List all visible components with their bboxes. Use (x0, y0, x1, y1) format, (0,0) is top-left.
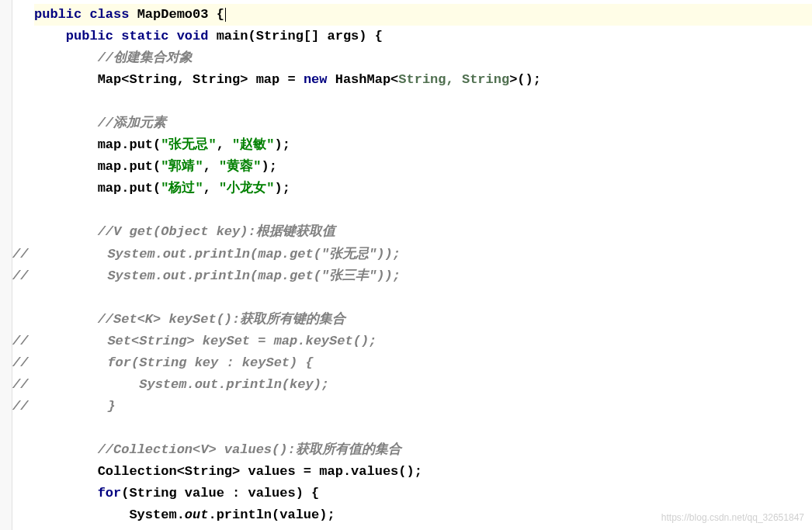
editor-gutter (0, 0, 12, 530)
comment-prefix: // (12, 399, 28, 414)
code-line[interactable]: public static void main(String[] args) { (34, 26, 812, 47)
code-line[interactable]: map.put("杨过", "小龙女"); (34, 178, 812, 199)
text: Collection<String> values = map.values()… (98, 464, 422, 479)
comment-prefix: // (12, 355, 28, 370)
text: , (217, 137, 232, 152)
type-param: String, String (398, 72, 509, 87)
comment: for(String key : keySet) { (28, 355, 313, 370)
string: "郭靖" (161, 159, 203, 174)
code-line[interactable] (34, 287, 812, 309)
keyword: void (177, 29, 209, 43)
keyword: for (98, 486, 122, 501)
text: System. (129, 507, 184, 522)
string: "赵敏" (232, 137, 274, 152)
indent (34, 159, 98, 174)
text: Map<String, String> map = (98, 72, 304, 87)
text (129, 7, 137, 22)
watermark-text: https://blog.csdn.net/qq_32651847 (661, 511, 804, 526)
code-line[interactable]: //Set<K> keySet():获取所有键的集合 (34, 309, 812, 331)
string: "小龙女" (219, 181, 274, 196)
code-line[interactable]: //V get(Object key):根据键获取值 (34, 221, 812, 243)
string: "杨过" (161, 181, 203, 196)
indent (34, 224, 98, 239)
text: HashMap< (327, 72, 398, 87)
text: , (203, 159, 219, 174)
code-editor[interactable]: public class MapDemo03 { public static v… (0, 0, 812, 530)
code-line[interactable] (34, 417, 812, 439)
code-line[interactable]: Collection<String> values = map.values()… (34, 461, 812, 483)
text: ); (261, 159, 276, 174)
comment-prefix: // (12, 247, 28, 262)
keyword: static (121, 29, 168, 43)
code-line[interactable]: //Collection<V> values():获取所有值的集合 (34, 439, 812, 461)
keyword: class (89, 7, 129, 22)
indent (34, 116, 98, 130)
code-line[interactable] (34, 91, 812, 113)
keyword: public (66, 29, 113, 43)
code-content[interactable]: public class MapDemo03 { public static v… (12, 4, 812, 530)
code-line[interactable]: // for(String key : keySet) { (12, 352, 812, 374)
brace: { (217, 7, 224, 22)
code-line[interactable]: } (34, 526, 812, 530)
indent (34, 312, 98, 327)
indent (34, 486, 98, 501)
comment: //V get(Object key):根据键获取值 (98, 224, 335, 239)
method-name: main (217, 29, 248, 43)
indent (34, 29, 66, 43)
comment: } (28, 399, 115, 414)
code-line[interactable]: map.put("张无忌", "赵敏"); (34, 134, 812, 156)
text: map.put( (98, 159, 161, 174)
indent (34, 181, 98, 196)
string: "黄蓉" (219, 159, 261, 174)
indent (34, 464, 98, 479)
comment: System.out.println(key); (28, 377, 329, 392)
code-line[interactable]: Map<String, String> map = new HashMap<St… (34, 69, 812, 91)
code-line[interactable]: for(String value : values) { (34, 483, 812, 504)
text: map.put( (98, 137, 161, 152)
indent (34, 50, 98, 65)
code-line[interactable]: //创建集合对象 (34, 47, 812, 69)
comment: //Collection<V> values():获取所有值的集合 (98, 442, 401, 457)
code-line[interactable]: //添加元素 (34, 113, 812, 134)
indent (34, 507, 129, 522)
code-line[interactable]: // System.out.println(map.get("张三丰")); (12, 265, 812, 287)
text: >(); (509, 72, 541, 87)
code-line[interactable]: map.put("郭靖", "黄蓉"); (34, 156, 812, 178)
code-line[interactable]: public class MapDemo03 { (34, 4, 812, 26)
code-line[interactable]: // System.out.println(key); (12, 374, 812, 396)
text: map.put( (98, 181, 161, 196)
comment: //Set<K> keySet():获取所有键的集合 (98, 312, 346, 327)
text: ); (274, 181, 290, 196)
keyword: new (304, 72, 328, 87)
comment: Set<String> keySet = map.keySet(); (28, 334, 377, 348)
text: , (203, 181, 219, 196)
code-line[interactable] (34, 199, 812, 221)
text (208, 7, 216, 22)
code-line[interactable]: // Set<String> keySet = map.keySet(); (12, 331, 812, 352)
text: (String value : values) { (121, 486, 319, 501)
comment: //添加元素 (98, 116, 166, 130)
comment: //创建集合对象 (98, 50, 193, 65)
comment-prefix: // (12, 334, 28, 348)
indent (34, 442, 98, 457)
comment-prefix: // (12, 268, 28, 283)
indent (34, 72, 98, 87)
comment-prefix: // (12, 377, 28, 392)
text-cursor (225, 8, 226, 22)
comment: System.out.println(map.get("张无忌")); (28, 247, 400, 262)
indent (34, 137, 98, 152)
static-field: out (185, 507, 209, 522)
text (82, 7, 89, 22)
text: .println(value); (208, 507, 335, 522)
code-line[interactable]: // System.out.println(map.get("张无忌")); (12, 244, 812, 265)
string: "张无忌" (161, 137, 216, 152)
params: (String[] args) { (248, 29, 382, 43)
class-name: MapDemo03 (137, 7, 209, 22)
keyword: public (34, 7, 82, 22)
text: ); (274, 137, 290, 152)
comment: System.out.println(map.get("张三丰")); (28, 268, 400, 283)
code-line[interactable]: // } (12, 396, 812, 417)
